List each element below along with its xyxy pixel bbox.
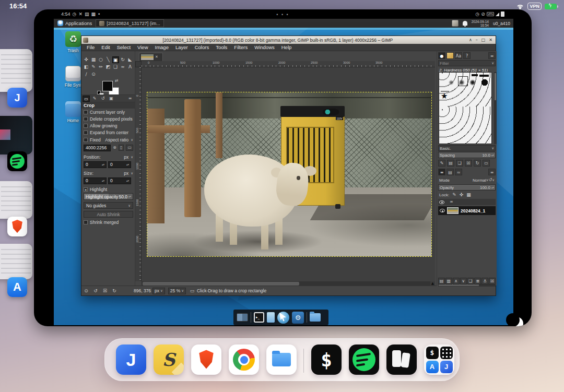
settings-launcher-icon[interactable]: ⚙ (292, 312, 304, 324)
tab-menu-icon[interactable]: ≡ (488, 52, 496, 59)
undo-icon[interactable]: ↺ (92, 288, 99, 293)
paths-tab-icon[interactable]: ≈ (455, 169, 462, 175)
applications-menu-button[interactable]: Applications (54, 19, 96, 28)
checkbox[interactable] (84, 117, 88, 121)
tool-options-tab-icon[interactable]: ▭ (83, 96, 90, 102)
help-tab-icon[interactable]: ? (463, 52, 471, 59)
ruler-corner-button[interactable] (135, 61, 142, 67)
lock-alpha-icon[interactable]: ▦ (466, 193, 471, 197)
duplicate-brush-icon[interactable]: ❏ (456, 160, 463, 167)
menu-layer[interactable]: Layer (172, 44, 191, 50)
default-colors-icon[interactable] (97, 91, 101, 94)
fonts-tab-icon[interactable]: Aa (455, 52, 462, 59)
anchor-layer-icon[interactable]: ⚓ (481, 278, 488, 284)
merge-layer-icon[interactable]: ≣ (474, 278, 481, 284)
brush-grid[interactable]: ★ (439, 72, 492, 144)
channels-tab-icon[interactable]: ▤ (446, 169, 454, 175)
lock-pixels-icon[interactable]: ✎ (452, 193, 456, 197)
app-badge-brave[interactable] (7, 217, 27, 236)
dock-app-brave[interactable] (191, 345, 221, 375)
dock-app-dollar[interactable]: $ (311, 345, 342, 375)
position-x-input[interactable]: 0▴▾ (84, 161, 107, 168)
delete-layer-icon[interactable]: ☒ (489, 278, 496, 284)
duplicate-layer-icon[interactable]: ❏ (467, 278, 474, 284)
paintbrush-tool-icon[interactable]: ✏ (98, 64, 104, 70)
checkbox[interactable] (84, 138, 88, 142)
dock-app-phone-mirror[interactable] (386, 345, 417, 375)
landscape-icon[interactable]: ▭ (126, 145, 133, 151)
dock-app-spotify[interactable] (349, 345, 379, 375)
systray-gimp-icon[interactable] (452, 20, 459, 27)
text-tool-icon[interactable]: A (127, 64, 134, 70)
file-manager-launcher-icon[interactable] (310, 313, 321, 322)
mode-switch-icon[interactable]: ↺ (489, 178, 492, 182)
gimp-titlebar[interactable]: [20240824_131727] (imported)-8.0 (RGB co… (81, 36, 496, 44)
position-y-input[interactable]: 0▴▾ (108, 161, 131, 168)
workspace-switcher[interactable] (237, 313, 248, 322)
shade-button[interactable]: ∧ (469, 38, 472, 42)
scrollbar-thumb[interactable] (495, 73, 496, 100)
app-switcher-thumb-appstore[interactable] (0, 244, 32, 279)
taskbar-clock[interactable]: 2024-09-14 16:54 (472, 20, 489, 27)
size-y-input[interactable]: 0▴▾ (108, 177, 131, 184)
app-switcher-thumb-browser[interactable] (0, 181, 32, 219)
brush-filter-field[interactable]: Filter ∨ (438, 60, 496, 66)
app-switcher-thumb-notes[interactable] (0, 49, 32, 92)
web-browser-launcher-icon[interactable] (277, 312, 289, 324)
edit-brush-icon[interactable]: ✎ (438, 160, 445, 167)
move-tool-icon[interactable]: ✜ (83, 56, 90, 63)
redo-icon[interactable]: ↻ (111, 288, 118, 293)
patterns-tab-icon[interactable] (446, 52, 454, 59)
guides-dropdown[interactable]: No guides ∨ (84, 202, 133, 209)
new-brush-icon[interactable]: ▤ (447, 160, 454, 167)
bucket-fill-tool-icon[interactable]: ◩ (105, 64, 112, 70)
delete-icon[interactable]: ☒ (101, 288, 109, 293)
dock-app-files[interactable] (266, 345, 297, 375)
lower-layer-icon[interactable]: ∨ (460, 278, 467, 284)
fixed-value[interactable]: Aspect ratio (105, 137, 128, 142)
delete-brush-icon[interactable]: ☒ (465, 160, 472, 167)
clear-icon[interactable]: ⊗ (113, 146, 116, 150)
notification-bell-icon[interactable] (463, 21, 467, 26)
new-layer-icon[interactable]: ▤ (438, 278, 445, 284)
mode-value[interactable]: Normal (473, 178, 486, 183)
zoom-dropdown[interactable]: 25 %∨ (168, 288, 186, 294)
minimize-button[interactable]: – (476, 38, 478, 42)
smudge-tool-icon[interactable]: ≈ (120, 64, 126, 70)
refresh-brushes-icon[interactable]: ↻ (474, 160, 481, 167)
option-current-layer-only[interactable]: Current layer only (84, 109, 133, 115)
spinner-icon[interactable]: ▴▾ (126, 180, 129, 182)
spacing-slider[interactable]: Spacing 10.0 ▴▾ (438, 152, 496, 158)
crop-tool-icon[interactable]: ▣ (112, 56, 119, 63)
brush-grid-scrollbar[interactable] (494, 72, 497, 144)
image-tab[interactable]: ✕ (139, 53, 163, 61)
undo-history-tab-icon[interactable]: ↺ (99, 96, 107, 102)
pencil-tool-icon[interactable]: ✎ (90, 64, 97, 70)
layer-visibility-icon[interactable] (440, 209, 445, 212)
layer-row[interactable]: 20240824_1 (438, 206, 496, 215)
mini-j-icon[interactable]: J (440, 361, 453, 373)
layer-opacity-slider[interactable]: Opacity 100.0 ▴▾ (438, 184, 496, 191)
checkbox[interactable] (84, 124, 88, 128)
mini-dots-app-icon[interactable] (440, 347, 453, 359)
terminal-launcher-icon[interactable]: ▸_ (254, 312, 264, 323)
app-badge-appstore[interactable]: A (7, 277, 27, 297)
menu-view[interactable]: View (134, 44, 151, 50)
aspect-ratio-input[interactable]: 4000:2256 (84, 145, 111, 151)
zoom-tool-icon[interactable]: ⊙ (90, 71, 97, 78)
menu-colors[interactable]: Colors (192, 44, 212, 50)
option-allow-growing[interactable]: Allow growing (84, 123, 133, 129)
menu-tools[interactable]: Tools (213, 44, 230, 50)
spinner-icon[interactable]: ▴▾ (102, 180, 104, 182)
app-switcher-thumb-spotify[interactable] (0, 116, 32, 155)
close-tab-icon[interactable]: ✕ (155, 55, 158, 59)
measure-tool-icon[interactable]: ∕ (83, 71, 90, 78)
floating-assistive-button[interactable] (510, 317, 523, 326)
menu-image[interactable]: Image (152, 44, 172, 50)
rotate-tool-icon[interactable]: ↻ (120, 56, 126, 63)
app-badge-j[interactable]: J (7, 88, 27, 108)
layers-tab-icon[interactable]: ≡ (438, 169, 445, 175)
option-shrink-merged[interactable]: Shrink merged (84, 219, 133, 225)
dock-app-chrome[interactable] (229, 345, 259, 375)
checkbox-checked[interactable] (84, 187, 88, 192)
